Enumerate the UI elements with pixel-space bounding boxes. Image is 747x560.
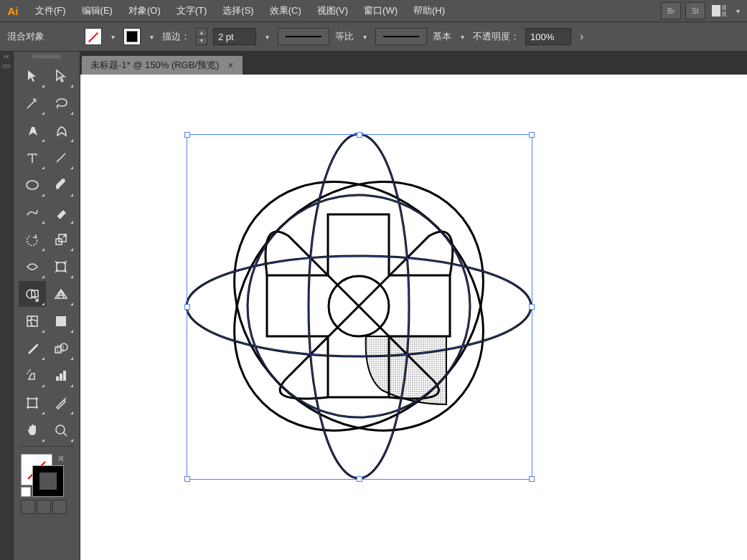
svg-rect-9 xyxy=(27,316,37,326)
menu-object[interactable]: 对象(O) xyxy=(121,0,169,22)
stock-button[interactable]: St xyxy=(685,2,705,19)
opacity-value: 100% xyxy=(530,32,554,42)
line-segment-tool[interactable] xyxy=(47,145,75,171)
swap-fill-stroke-icon[interactable]: ⤭ xyxy=(57,454,64,463)
stroke-profile-preview[interactable] xyxy=(278,28,329,45)
slice-tool[interactable] xyxy=(47,390,75,416)
stroke-weight-field[interactable]: 2 pt xyxy=(213,28,256,45)
arrange-documents-caret-icon[interactable]: ▾ xyxy=(733,3,743,19)
menu-text[interactable]: 文字(T) xyxy=(169,0,215,22)
bbox-handle-e[interactable] xyxy=(529,304,535,310)
fill-swatch[interactable] xyxy=(85,28,102,45)
lasso-tool[interactable] xyxy=(47,90,75,116)
menu-effect-label: 效果(C) xyxy=(270,4,301,17)
draw-inside-mode[interactable] xyxy=(52,500,67,514)
selection-bounding-box[interactable] xyxy=(187,134,532,480)
toolbar-grip-icon[interactable] xyxy=(32,54,61,59)
control-bar-more-icon[interactable]: › xyxy=(577,30,586,43)
svg-point-3 xyxy=(27,181,38,189)
stroke-swatch[interactable] xyxy=(123,28,141,45)
bbox-handle-w[interactable] xyxy=(184,304,190,310)
bbox-handle-nw[interactable] xyxy=(184,132,190,138)
stroke-weight-stepper[interactable]: ▲▼ xyxy=(196,28,207,45)
workspace-row: ‹‹ xyxy=(0,52,747,560)
fill-swatch-caret-icon[interactable]: ▾ xyxy=(108,29,118,44)
stroke-weight-caret-icon[interactable]: ▾ xyxy=(262,29,272,44)
paintbrush-tool[interactable] xyxy=(47,172,75,198)
rotate-tool[interactable] xyxy=(19,227,46,252)
menu-effect[interactable]: 效果(C) xyxy=(262,0,309,22)
svg-point-15 xyxy=(27,373,28,374)
free-transform-tool[interactable] xyxy=(47,254,75,280)
menu-window-label: 窗口(W) xyxy=(364,4,398,17)
shaper-tool[interactable] xyxy=(19,199,46,225)
pen-icon xyxy=(24,123,40,138)
column-graph-tool[interactable] xyxy=(47,363,75,389)
bbox-handle-n[interactable] xyxy=(357,132,362,138)
control-bar: 混合对象 ▾ ▾ 描边： ▲▼ 2 pt ▾ 等比 ▾ 基本 ▾ 不透明度： 1… xyxy=(0,22,747,52)
mesh-tool[interactable] xyxy=(19,308,46,334)
artboard-tool[interactable] xyxy=(19,390,46,416)
default-fill-stroke-icon[interactable] xyxy=(21,487,31,497)
fill-stroke-indicator[interactable]: ⤭ xyxy=(21,454,64,497)
scale-tool[interactable] xyxy=(47,227,75,252)
svg-rect-10 xyxy=(56,316,66,326)
bridge-button[interactable]: Br xyxy=(661,2,681,19)
menu-select[interactable]: 选择(S) xyxy=(215,0,261,22)
direct-selection-tool[interactable] xyxy=(47,63,75,89)
menu-help[interactable]: 帮助(H) xyxy=(405,0,453,22)
hand-tool[interactable] xyxy=(19,417,46,443)
magic-wand-tool[interactable] xyxy=(19,90,46,116)
document-tab[interactable]: 未标题-1* @ 150% (RGB/预览) × xyxy=(82,56,243,75)
menu-window[interactable]: 窗口(W) xyxy=(356,0,405,22)
gradient-tool[interactable] xyxy=(47,308,75,334)
canvas[interactable] xyxy=(80,75,747,560)
stepper-up-icon[interactable]: ▲ xyxy=(197,29,207,37)
selection-tool[interactable] xyxy=(19,63,46,89)
perspective-grid-tool[interactable] xyxy=(47,281,75,307)
menu-file[interactable]: 文件(F) xyxy=(27,0,74,22)
arrange-documents-icon xyxy=(712,5,726,16)
svg-rect-19 xyxy=(63,371,66,381)
brush-preview[interactable] xyxy=(375,28,427,45)
type-icon xyxy=(24,150,40,166)
perspective-grid-icon xyxy=(53,286,69,302)
zoom-tool[interactable] xyxy=(47,417,75,443)
blend-tool[interactable] xyxy=(47,336,75,361)
stroke-swatch-caret-icon[interactable]: ▾ xyxy=(146,29,156,44)
bridge-label: Br xyxy=(667,7,675,15)
stroke-weight-label: 描边： xyxy=(162,30,190,43)
symbol-sprayer-tool[interactable] xyxy=(19,363,46,389)
bbox-handle-se[interactable] xyxy=(529,476,535,482)
menu-view[interactable]: 视图(V) xyxy=(309,0,356,22)
menu-edit[interactable]: 编辑(E) xyxy=(74,0,121,22)
arrange-documents-button[interactable] xyxy=(710,3,728,19)
eraser-icon xyxy=(53,204,69,220)
bbox-handle-s[interactable] xyxy=(357,476,362,482)
stroke-indicator[interactable] xyxy=(32,465,64,497)
pen-tool[interactable] xyxy=(19,118,46,143)
stroke-profile-caret-icon[interactable]: ▾ xyxy=(360,29,370,44)
shape-builder-tool[interactable] xyxy=(19,281,46,307)
bbox-handle-sw[interactable] xyxy=(184,476,190,482)
brush-label: 基本 xyxy=(433,30,451,43)
ellipse-tool[interactable] xyxy=(19,172,46,198)
panel-dock-collapsed[interactable]: ‹‹ xyxy=(0,52,14,560)
stepper-down-icon[interactable]: ▼ xyxy=(197,37,207,45)
eyedropper-tool[interactable] xyxy=(19,336,46,361)
scale-icon xyxy=(53,232,69,247)
bbox-handle-ne[interactable] xyxy=(529,132,535,138)
column-graph-icon xyxy=(53,368,69,384)
curvature-tool[interactable] xyxy=(47,118,75,143)
expand-dock-icon[interactable]: ‹‹ xyxy=(0,52,13,60)
brush-caret-icon[interactable]: ▾ xyxy=(457,29,467,44)
width-tool[interactable] xyxy=(19,254,46,280)
eraser-tool[interactable] xyxy=(47,199,75,225)
type-tool[interactable] xyxy=(19,145,46,171)
draw-behind-mode[interactable] xyxy=(37,500,51,514)
draw-normal-mode[interactable] xyxy=(21,500,35,514)
toolbar: ⤭ xyxy=(14,52,80,560)
close-tab-icon[interactable]: × xyxy=(227,60,233,71)
opacity-field[interactable]: 100% xyxy=(525,28,571,45)
menu-file-label: 文件(F) xyxy=(35,4,66,17)
